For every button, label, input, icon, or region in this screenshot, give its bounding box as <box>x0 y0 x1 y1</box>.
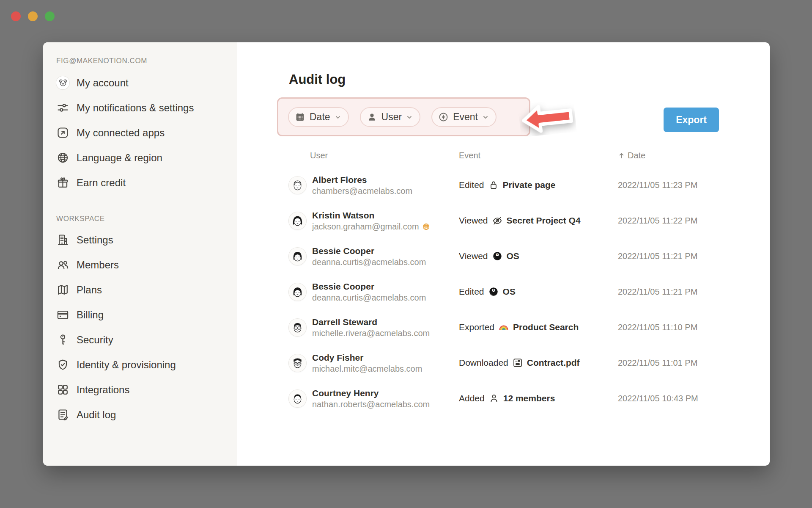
eight-ball-icon: 8 <box>492 251 503 262</box>
filter-label: User <box>381 111 402 123</box>
sidebar-item-label: Security <box>77 334 113 346</box>
table-row: Bessie Cooperdeanna.curtis@acmelabs.comV… <box>289 238 719 274</box>
account-email-header: FIG@MAKENOTION.COM <box>56 57 237 65</box>
sidebar-account-list: My accountMy notifications & settingsMy … <box>43 70 237 195</box>
date-cell: 2022/11/05 11:01 PM <box>618 358 719 368</box>
zoom-button[interactable] <box>45 11 55 21</box>
person-icon <box>488 393 499 404</box>
sidebar-item-label: Earn credit <box>77 177 126 189</box>
user-email-text: michelle.rivera@acmelabs.com <box>312 328 430 339</box>
sidebar-item-label: My account <box>77 77 129 89</box>
user-name: Bessie Cooper <box>312 281 426 293</box>
column-header-user: User <box>289 151 459 160</box>
user-cell: Darrell Stewardmichelle.rivera@acmelabs.… <box>289 316 459 339</box>
event-cell: DownloadedContract.pdf <box>459 357 618 368</box>
settings-window: FIG@MAKENOTION.COM My accountMy notifica… <box>43 42 770 466</box>
event-cell: ExportedProduct Search <box>459 322 618 333</box>
user-cell: Bessie Cooperdeanna.curtis@acmelabs.com <box>289 245 459 268</box>
event-object: OS <box>503 287 516 297</box>
user-text: Courtney Henrynathan.roberts@acmelabs.co… <box>312 387 430 410</box>
sidebar-item-plans[interactable]: Plans <box>43 277 237 302</box>
filter-user-button[interactable]: User <box>360 107 421 127</box>
user-name: Cody Fisher <box>312 352 422 364</box>
sidebar-item-earn-credit[interactable]: Earn credit <box>43 170 237 195</box>
table-header: User Event Date <box>289 151 719 167</box>
sidebar-item-security[interactable]: Security <box>43 327 237 352</box>
date-cell: 2022/11/05 11:21 PM <box>618 251 719 261</box>
user-cell: Albert Floreschambers@acmelabs.com <box>289 174 459 196</box>
event-bolt-icon <box>438 112 449 122</box>
filter-date-button[interactable]: Date <box>288 107 349 127</box>
table-row: Kristin Watsonjackson.graham@gmail.comVi… <box>289 203 719 238</box>
sidebar-item-label: Members <box>77 259 119 271</box>
koala-avatar-icon <box>56 76 69 89</box>
annotation-arrow-icon <box>518 99 576 137</box>
page-title: Audit log <box>289 72 719 87</box>
sidebar-item-identity-provisioning[interactable]: Identity & provisioning <box>43 352 237 377</box>
sidebar-item-my-connected-apps[interactable]: My connected apps <box>43 120 237 145</box>
sidebar-item-members[interactable]: Members <box>43 252 237 277</box>
event-action: Added <box>459 393 485 403</box>
user-email-text: michael.mitc@acmelabs.com <box>312 364 422 374</box>
arrow-up-right-square-icon <box>56 126 69 139</box>
filter-event-button[interactable]: Event <box>431 107 497 127</box>
avatar <box>289 319 306 336</box>
sidebar-item-label: Settings <box>77 234 113 246</box>
event-cell: Added12 members <box>459 393 618 404</box>
event-object: Private page <box>503 180 556 190</box>
table-row: Cody Fishermichael.mitc@acmelabs.comDown… <box>289 345 719 381</box>
event-action: Viewed <box>459 251 488 261</box>
user-email: chambers@acmelabs.com <box>312 186 412 196</box>
user-email-text: deanna.curtis@acmelabs.com <box>312 293 426 303</box>
event-object: Contract.pdf <box>527 358 580 368</box>
column-header-event: Event <box>459 151 618 160</box>
sort-ascending-icon <box>618 152 625 159</box>
date-cell: 2022/11/05 10:43 PM <box>618 394 719 403</box>
sidebar-workspace-list: SettingsMembersPlansBillingSecurityIdent… <box>43 227 237 427</box>
avatar <box>289 248 306 265</box>
contract-card-icon <box>512 357 523 368</box>
sidebar-item-settings[interactable]: Settings <box>43 227 237 252</box>
event-action: Viewed <box>459 215 488 226</box>
event-action: Exported <box>459 322 494 332</box>
user-cell: Courtney Henrynathan.roberts@acmelabs.co… <box>289 387 459 410</box>
svg-text:8: 8 <box>497 253 498 256</box>
chevron-down-icon <box>406 114 413 121</box>
user-text: Cody Fishermichael.mitc@acmelabs.com <box>312 352 422 374</box>
sidebar-item-billing[interactable]: Billing <box>43 302 237 327</box>
sidebar-item-label: Plans <box>77 284 102 296</box>
column-header-date[interactable]: Date <box>618 151 719 160</box>
filter-label: Date <box>310 111 330 123</box>
key-icon <box>56 333 69 346</box>
table-row: Courtney Henrynathan.roberts@acmelabs.co… <box>289 381 719 416</box>
minimize-button[interactable] <box>28 11 38 21</box>
lock-icon <box>488 179 499 190</box>
rainbow-icon <box>498 322 509 333</box>
table-row: Darrell Stewardmichelle.rivera@acmelabs.… <box>289 309 719 345</box>
sidebar-item-my-notifications-settings[interactable]: My notifications & settings <box>43 95 237 120</box>
chevron-down-icon <box>482 114 489 121</box>
audit-log-table: User Event Date Albert Floreschambers@ac… <box>289 151 719 416</box>
sidebar-item-audit-log[interactable]: Audit log <box>43 402 237 427</box>
close-button[interactable] <box>11 11 21 21</box>
svg-text:8: 8 <box>493 289 494 291</box>
main-content: Audit log DateUserEvent Export User Even… <box>237 42 770 466</box>
user-email-text: jackson.graham@gmail.com <box>312 221 419 232</box>
eye-off-icon <box>492 215 503 226</box>
user-name: Darrell Steward <box>312 316 430 328</box>
audit-doc-icon <box>56 408 69 421</box>
sidebar-item-label: My notifications & settings <box>77 102 194 114</box>
export-button[interactable]: Export <box>664 108 719 132</box>
gift-icon <box>56 176 69 189</box>
user-name: Bessie Cooper <box>312 245 426 257</box>
event-object: 12 members <box>503 393 555 403</box>
chevron-down-icon <box>335 114 341 121</box>
user-cell: Cody Fishermichael.mitc@acmelabs.com <box>289 352 459 374</box>
user-email: nathan.roberts@acmelabs.com <box>312 399 430 410</box>
user-cell: Kristin Watsonjackson.graham@gmail.com <box>289 210 459 232</box>
sidebar-item-language-region[interactable]: Language & region <box>43 145 237 170</box>
sidebar-item-integrations[interactable]: Integrations <box>43 377 237 402</box>
sidebar-item-label: Language & region <box>77 152 162 164</box>
user-email: jackson.graham@gmail.com <box>312 221 430 232</box>
sidebar-item-my-account[interactable]: My account <box>43 70 237 95</box>
